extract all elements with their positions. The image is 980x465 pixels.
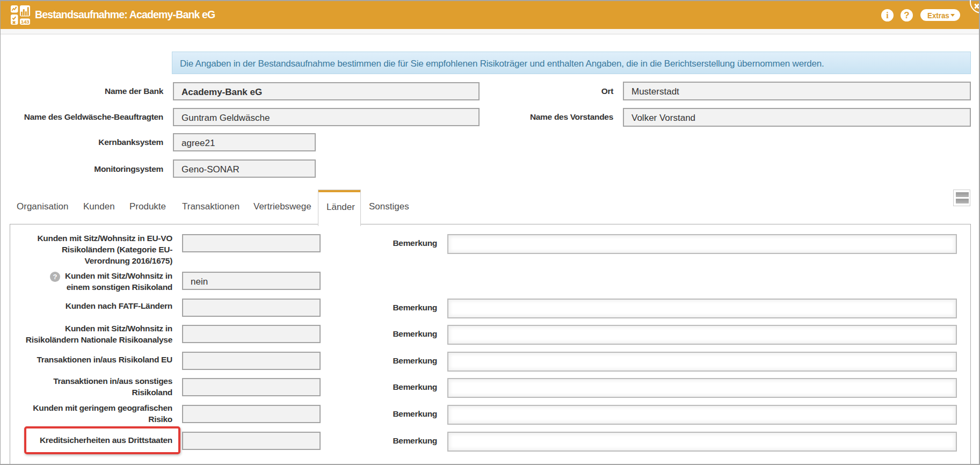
svg-text:143: 143 <box>21 19 30 25</box>
